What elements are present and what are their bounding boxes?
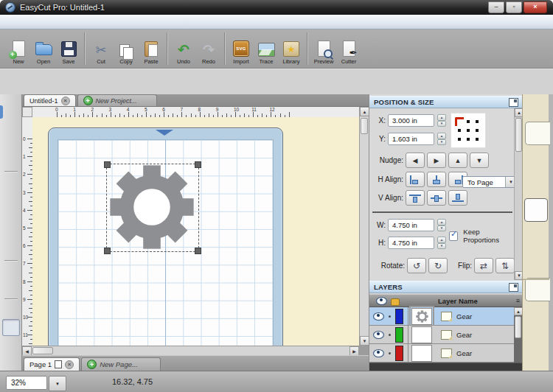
- Gear[interactable]: Gear: [369, 344, 514, 363]
- brush-tool[interactable]: [3, 209, 19, 224]
- settings-panel[interactable]: [525, 173, 547, 195]
- align-top-button[interactable]: [406, 190, 425, 206]
- move-panel[interactable]: [525, 122, 550, 145]
- scroll-thumb[interactable]: [515, 118, 522, 152]
- close-tab-icon[interactable]: ×: [61, 97, 70, 105]
- menu-item-layer[interactable]: [53, 21, 65, 24]
- scroll-thumb[interactable]: [32, 347, 53, 354]
- layer-visibility-eye-icon[interactable]: [373, 331, 384, 339]
- menu-item-page[interactable]: [65, 21, 77, 24]
- toolbar-button-paste[interactable]: Paste: [139, 29, 164, 68]
- menu-item-path[interactable]: [41, 21, 53, 24]
- page-tab-new-page[interactable]: + New Page... ×: [81, 357, 161, 371]
- layer-thumbnail[interactable]: [411, 326, 432, 343]
- title-bar[interactable]: EasyCut Pro: Untitled-1 – ▫ ×: [0, 0, 553, 15]
- pen-tool[interactable]: [3, 175, 19, 190]
- gradient-tool[interactable]: [3, 281, 19, 296]
- stencil-tool[interactable]: [3, 337, 19, 353]
- layers-header[interactable]: LAYERS: [369, 281, 523, 293]
- menu-item-view[interactable]: [100, 21, 112, 24]
- pages-panel[interactable]: [525, 97, 547, 119]
- menu-item-text[interactable]: [88, 21, 100, 24]
- layer-menu-icon[interactable]: ≡: [516, 297, 520, 304]
- menu-item-object[interactable]: [29, 21, 41, 24]
- layers-panel[interactable]: [525, 278, 550, 301]
- eraser-tool[interactable]: [3, 225, 19, 241]
- Gear[interactable]: Gear: [369, 307, 514, 326]
- selection-handle[interactable]: [104, 248, 111, 254]
- layer-color-swatch[interactable]: [395, 346, 403, 361]
- toolbar-button-preview[interactable]: Preview: [311, 29, 336, 68]
- help-button[interactable]: [525, 304, 547, 326]
- layer-thumbnail[interactable]: [411, 345, 432, 362]
- scroll-thumb[interactable]: [361, 118, 368, 134]
- nudge-right-button[interactable]: ▶: [427, 153, 446, 168]
- layer-visibility-eye-icon[interactable]: [373, 349, 384, 357]
- visibility-column-eye-icon[interactable]: [376, 297, 387, 305]
- selection-handle[interactable]: [195, 248, 201, 254]
- eyedropper-tool[interactable]: [3, 264, 19, 279]
- menu-item-help[interactable]: [136, 21, 147, 24]
- layer-name[interactable]: Gear: [456, 312, 472, 321]
- panel-popout-icon[interactable]: [509, 98, 518, 107]
- toolbar-button-undo[interactable]: ↶ Undo: [171, 29, 196, 68]
- panel-popout-icon[interactable]: [509, 283, 518, 292]
- selection-handle[interactable]: [104, 161, 111, 168]
- toolbar-button-cut[interactable]: ✂ Cut: [88, 29, 114, 68]
- pan-tool[interactable]: [3, 119, 19, 135]
- height-spinner[interactable]: ▲▼: [437, 237, 446, 249]
- align-middle-button[interactable]: [427, 190, 446, 206]
- shape-tool[interactable]: [3, 242, 19, 258]
- width-input[interactable]: 4.750 in: [388, 219, 434, 231]
- anchor-selected-corner[interactable]: [455, 117, 464, 126]
- y-spinner[interactable]: ▲▼: [437, 133, 446, 145]
- selection-handle[interactable]: [195, 161, 201, 168]
- toolbar-button-redo[interactable]: ↷ Redo: [196, 29, 221, 68]
- lock-column-lock-icon[interactable]: [391, 298, 400, 306]
- rotate-left-button[interactable]: ↺: [407, 258, 426, 273]
- x-input[interactable]: 3.000 in: [388, 114, 434, 127]
- menu-item-window[interactable]: [124, 21, 136, 24]
- select-tool[interactable]: [3, 102, 19, 118]
- rotate-right-button[interactable]: ↻: [428, 258, 448, 273]
- y-input[interactable]: 1.603 in: [388, 133, 434, 145]
- keep-proportions-checkbox[interactable]: ✓: [449, 231, 458, 241]
- layer-name[interactable]: Gear: [456, 349, 472, 357]
- zoom-tool[interactable]: [3, 354, 19, 370]
- canvas-horizontal-scrollbar[interactable]: ◀ ▶: [22, 346, 359, 355]
- toolbar-button-new[interactable]: + New: [6, 29, 31, 68]
- layer-thumbnail[interactable]: [411, 308, 432, 325]
- x-spinner[interactable]: ▲▼: [437, 114, 446, 127]
- zoom-level-field[interactable]: 32%: [6, 376, 47, 390]
- toolbar-button-library[interactable]: ★ Library: [279, 29, 304, 68]
- close-button[interactable]: ×: [524, 1, 547, 13]
- close-tab-icon[interactable]: ×: [65, 360, 74, 369]
- canvas-vertical-scrollbar[interactable]: ▲ ▼: [359, 107, 369, 346]
- knife-tool[interactable]: [3, 302, 19, 318]
- nudge-up-button[interactable]: ▲: [448, 153, 467, 168]
- align-left-button[interactable]: [406, 172, 425, 187]
- layer-visibility-eye-icon[interactable]: [373, 312, 384, 321]
- toolbar-button-open[interactable]: Open: [31, 29, 56, 68]
- align-center-button[interactable]: [427, 172, 446, 187]
- height-input[interactable]: 4.750 in: [388, 237, 434, 249]
- scroll-thumb[interactable]: [515, 316, 521, 338]
- menu-item-cutter[interactable]: [112, 21, 124, 24]
- layer-name[interactable]: Gear: [456, 331, 472, 339]
- Gear[interactable]: Gear: [369, 326, 514, 344]
- align-bottom-button[interactable]: [448, 190, 467, 206]
- width-spinner[interactable]: ▲▼: [437, 219, 446, 231]
- toolbar-button-trace[interactable]: Trace: [254, 29, 279, 68]
- menu-item-edit[interactable]: [18, 21, 29, 24]
- text-panel[interactable]: [524, 198, 548, 222]
- anchor-selector[interactable]: [451, 113, 486, 148]
- maximize-button[interactable]: ▫: [506, 1, 522, 13]
- layer-color-swatch[interactable]: [395, 327, 403, 343]
- doc-tab-untitled-1[interactable]: + Untitled-1 ×: [24, 94, 76, 106]
- colors-panel[interactable]: [525, 148, 547, 170]
- toolbar-button-save[interactable]: Save: [56, 29, 81, 68]
- doc-tab-new-project[interactable]: + New Project... ×: [77, 94, 157, 106]
- toolbar-button-import[interactable]: SVG Import: [229, 29, 254, 68]
- menu-item-file[interactable]: [6, 21, 18, 24]
- minimize-button[interactable]: –: [488, 1, 504, 13]
